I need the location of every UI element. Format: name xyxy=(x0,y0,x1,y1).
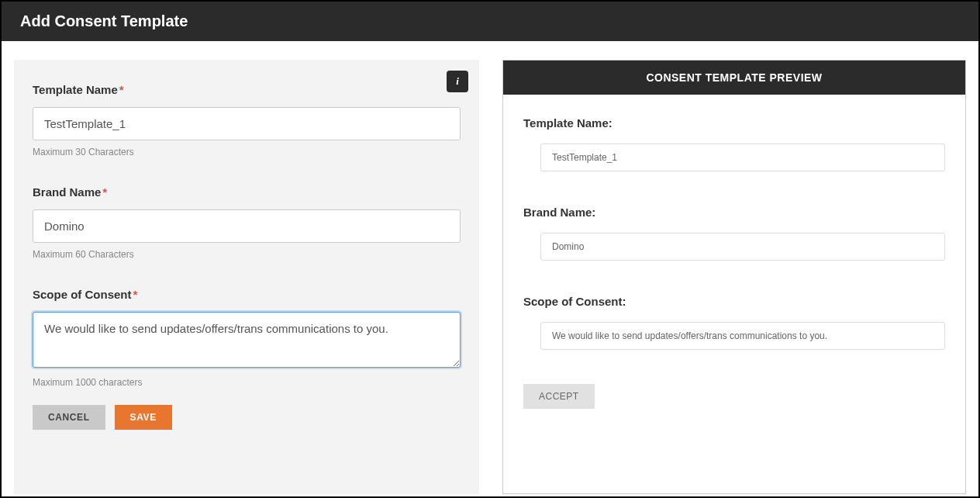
scope-group: Scope of Consent* Maximum 1000 character… xyxy=(33,288,461,388)
page-header: Add Consent Template xyxy=(2,2,978,41)
preview-brand-name-group: Brand Name: Domino xyxy=(523,206,945,261)
preview-panel: CONSENT TEMPLATE PREVIEW Template Name: … xyxy=(502,60,966,494)
accept-button[interactable]: ACCEPT xyxy=(523,384,595,409)
template-name-input[interactable] xyxy=(33,107,461,140)
template-name-group: Template Name* Maximum 30 Characters xyxy=(33,83,461,157)
preview-template-name-value: TestTemplate_1 xyxy=(540,144,945,171)
preview-brand-name-label: Brand Name: xyxy=(523,206,945,219)
save-button[interactable]: SAVE xyxy=(115,405,172,430)
required-mark: * xyxy=(102,185,107,199)
preview-header: CONSENT TEMPLATE PREVIEW xyxy=(503,61,965,95)
scope-label-text: Scope of Consent xyxy=(33,288,132,301)
template-name-helper: Maximum 30 Characters xyxy=(33,147,461,157)
preview-scope-label: Scope of Consent: xyxy=(523,295,945,308)
preview-body: Template Name: TestTemplate_1 Brand Name… xyxy=(503,95,965,424)
preview-template-name-label: Template Name: xyxy=(523,116,945,130)
content-area: i Template Name* Maximum 30 Characters B… xyxy=(2,41,978,494)
brand-name-group: Brand Name* Maximum 60 Characters xyxy=(33,185,461,260)
page-title: Add Consent Template xyxy=(20,12,188,29)
preview-template-name-group: Template Name: TestTemplate_1 xyxy=(523,116,945,171)
cancel-button[interactable]: CANCEL xyxy=(33,405,105,430)
preview-scope-group: Scope of Consent: We would like to send … xyxy=(523,295,945,350)
brand-name-input[interactable] xyxy=(33,209,461,243)
required-mark: * xyxy=(133,288,138,301)
scope-textarea[interactable] xyxy=(33,312,461,368)
preview-brand-name-value: Domino xyxy=(540,233,945,261)
template-name-label-text: Template Name xyxy=(33,83,118,96)
brand-name-label-text: Brand Name xyxy=(33,185,101,199)
form-button-row: CANCEL SAVE xyxy=(33,405,461,430)
form-panel: i Template Name* Maximum 30 Characters B… xyxy=(14,60,479,494)
scope-label: Scope of Consent* xyxy=(33,288,461,301)
template-name-label: Template Name* xyxy=(33,83,461,96)
scope-helper: Maximum 1000 characters xyxy=(33,377,461,388)
brand-name-label: Brand Name* xyxy=(33,185,461,199)
info-icon[interactable]: i xyxy=(447,71,468,92)
required-mark: * xyxy=(119,83,124,96)
brand-name-helper: Maximum 60 Characters xyxy=(33,249,461,260)
preview-scope-value: We would like to send updates/offers/tra… xyxy=(540,322,945,350)
